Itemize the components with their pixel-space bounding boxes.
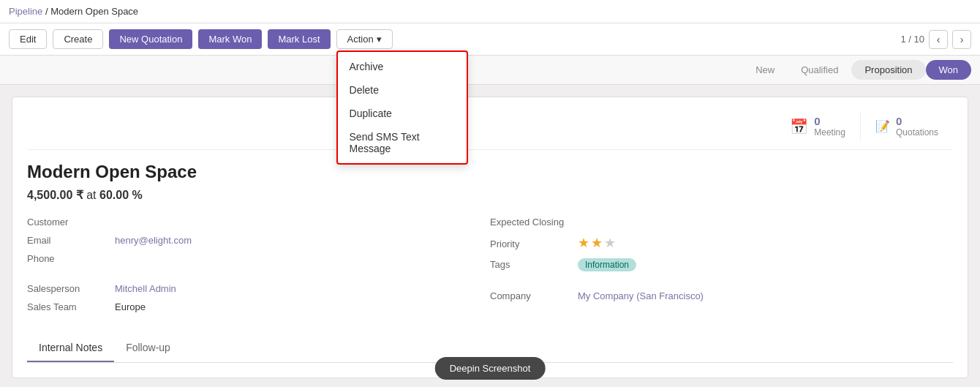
percent-value: 60.00 % [99,189,143,201]
salesperson-value[interactable]: Mitchell Admin [115,283,176,294]
email-value[interactable]: henry@elight.com [115,235,192,246]
action-dropdown: Archive Delete Duplicate Send SMS Text M… [336,50,468,165]
sales-team-value: Europe [115,301,146,312]
meeting-count: 0 [814,115,845,127]
mark-won-button[interactable]: Mark Won [198,29,262,49]
action-label: Action [347,34,374,45]
fields-grid: Customer Email henry@elight.com Phone Sa… [27,217,953,320]
calendar-icon: 📅 [790,118,808,135]
toolbar: Edit Create New Quotation Mark Won Mark … [0,23,980,56]
tags-row: Tags Information [490,258,938,271]
stats-bar: 📅 0 Meeting 📝 0 Quotations [27,112,953,150]
create-button[interactable]: Create [53,29,103,49]
breadcrumb-current: Modern Open Space [50,6,138,17]
pagination-text: 1 / 10 [900,34,924,45]
action-delete[interactable]: Delete [338,78,467,102]
record-title: Modern Open Space [27,162,953,182]
breadcrumb-bar: Pipeline / Modern Open Space [0,0,980,23]
stage-qualified[interactable]: Qualified [788,60,851,80]
salesperson-row: Salesperson Mitchell Admin [27,283,475,294]
breadcrumb: Pipeline / Modern Open Space [9,6,138,17]
breadcrumb-pipeline[interactable]: Pipeline [9,6,42,17]
mark-lost-button[interactable]: Mark Lost [268,29,330,49]
quotations-count: 0 [896,115,938,127]
tags-label: Tags [490,259,578,270]
company-value[interactable]: My Company (San Francisco) [578,290,704,301]
quotations-icon: 📝 [875,119,890,133]
priority-row: Priority ★ ★ ★ [490,235,938,251]
quotation-stats: 0 Quotations [896,115,938,138]
expected-closing-row: Expected Closing [490,217,938,228]
meeting-stats: 0 Meeting [814,115,845,138]
tab-internal-notes[interactable]: Internal Notes [27,334,114,362]
record-amount: 4,500.00 ₹ at 60.00 % [27,188,953,202]
star-3[interactable]: ★ [604,235,616,251]
at-text: at [86,189,99,201]
star-2[interactable]: ★ [591,235,603,251]
tab-follow-up[interactable]: Follow-up [114,334,182,362]
priority-stars[interactable]: ★ ★ ★ [578,235,616,251]
tags-value[interactable]: Information [578,258,636,271]
fields-left: Customer Email henry@elight.com Phone Sa… [27,217,490,320]
pagination: 1 / 10 ‹ › [900,30,971,49]
quotations-label: Quotations [896,127,938,138]
action-archive[interactable]: Archive [338,55,467,78]
priority-label: Priority [490,238,578,249]
stat-meeting[interactable]: 📅 0 Meeting [775,112,861,140]
deepin-screenshot-button[interactable]: Deepin Screenshot [435,357,546,380]
main-content: 📅 0 Meeting 📝 0 Quotations Modern Open S… [0,85,980,387]
action-button[interactable]: Action ▾ [336,29,393,49]
edit-button[interactable]: Edit [9,29,47,49]
phone-row: Phone [27,253,475,264]
action-chevron-icon: ▾ [377,34,382,45]
action-sms[interactable]: Send SMS Text Message [338,125,467,160]
action-wrapper: Action ▾ Archive Delete Duplicate Send S… [336,29,393,49]
stage-bar: New Qualified Proposition Won [0,56,980,85]
fields-right: Expected Closing Priority ★ ★ ★ Tags Inf… [490,217,953,320]
company-label: Company [490,290,578,301]
sales-team-label: Sales Team [27,301,115,312]
star-1[interactable]: ★ [578,235,589,251]
company-row: Company My Company (San Francisco) [490,290,938,301]
stage-won[interactable]: Won [926,60,972,80]
record-card: 📅 0 Meeting 📝 0 Quotations Modern Open S… [12,97,968,378]
prev-button[interactable]: ‹ [929,30,948,49]
sales-team-row: Sales Team Europe [27,301,475,312]
meeting-label: Meeting [814,127,845,138]
email-row: Email henry@elight.com [27,235,475,246]
email-label: Email [27,235,115,246]
new-quotation-button[interactable]: New Quotation [109,29,192,49]
next-button[interactable]: › [952,30,971,49]
customer-label: Customer [27,217,115,228]
stage-new[interactable]: New [742,60,788,80]
phone-label: Phone [27,253,115,264]
stat-quotations[interactable]: 📝 0 Quotations [861,112,953,140]
expected-closing-label: Expected Closing [490,217,578,228]
amount-value: 4,500.00 ₹ [27,189,83,201]
stage-proposition[interactable]: Proposition [851,60,925,80]
customer-row: Customer [27,217,475,228]
action-duplicate[interactable]: Duplicate [338,102,467,125]
salesperson-label: Salesperson [27,283,115,294]
